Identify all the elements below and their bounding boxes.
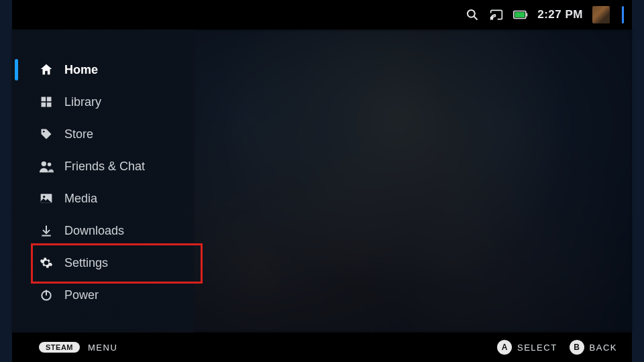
notification-indicator [622, 6, 624, 23]
hint-menu-label: MENU [88, 343, 117, 353]
hint-right-group: A SELECT B BACK [497, 340, 617, 355]
sidebar-item-label: Home [64, 63, 98, 77]
sidebar-item-label: Library [64, 95, 101, 109]
battery-icon [513, 7, 528, 22]
hint-select: A SELECT [497, 340, 557, 355]
sidebar-item-label: Settings [64, 256, 108, 270]
svg-rect-7 [47, 97, 52, 102]
sidebar-item-store[interactable]: Store [12, 118, 195, 150]
svg-rect-5 [515, 12, 525, 17]
sidebar-item-home[interactable]: Home [12, 54, 195, 86]
sidebar-item-settings[interactable]: Settings [12, 247, 195, 279]
hint-left-group: STEAM MENU [39, 342, 117, 353]
svg-point-14 [43, 196, 45, 198]
app-frame: 2:27 PM Home Library Store [12, 0, 632, 362]
search-icon[interactable] [465, 7, 480, 22]
cast-icon[interactable] [489, 7, 504, 22]
svg-point-12 [48, 163, 52, 167]
main-menu-sidebar: Home Library Store Friends & Chat Media [12, 29, 195, 333]
sidebar-item-label: Downloads [64, 224, 124, 238]
button-a-icon: A [497, 340, 512, 355]
grid-icon [39, 95, 54, 109]
svg-point-0 [468, 10, 475, 17]
hint-bar: STEAM MENU A SELECT B BACK [12, 333, 632, 362]
clock: 2:27 PM [537, 8, 583, 21]
image-icon [39, 191, 54, 206]
button-b-icon: B [570, 340, 584, 355]
svg-point-10 [43, 131, 45, 133]
hint-back: B BACK [570, 340, 617, 355]
hint-back-label: BACK [590, 343, 617, 353]
home-icon [39, 62, 54, 77]
people-icon [39, 159, 54, 174]
tag-icon [39, 127, 54, 141]
status-bar: 2:27 PM [12, 0, 632, 29]
sidebar-item-media[interactable]: Media [12, 182, 195, 215]
svg-point-2 [491, 18, 493, 20]
power-icon [39, 288, 54, 302]
sidebar-item-label: Store [64, 127, 93, 141]
svg-line-1 [474, 17, 478, 20]
download-icon [39, 223, 54, 238]
sidebar-item-label: Power [64, 288, 99, 302]
svg-rect-8 [42, 103, 46, 107]
avatar[interactable] [592, 6, 610, 23]
hint-select-label: SELECT [517, 343, 557, 353]
svg-point-11 [42, 162, 46, 166]
svg-rect-4 [527, 13, 528, 17]
sidebar-item-label: Media [64, 192, 97, 206]
gear-icon [39, 255, 54, 270]
steam-pill[interactable]: STEAM [39, 342, 80, 353]
svg-rect-6 [42, 97, 46, 102]
sidebar-item-label: Friends & Chat [64, 160, 145, 174]
sidebar-item-library[interactable]: Library [12, 86, 195, 118]
svg-rect-9 [47, 103, 52, 107]
sidebar-item-downloads[interactable]: Downloads [12, 215, 195, 247]
sidebar-item-friends[interactable]: Friends & Chat [12, 150, 195, 182]
sidebar-item-power[interactable]: Power [12, 279, 195, 311]
